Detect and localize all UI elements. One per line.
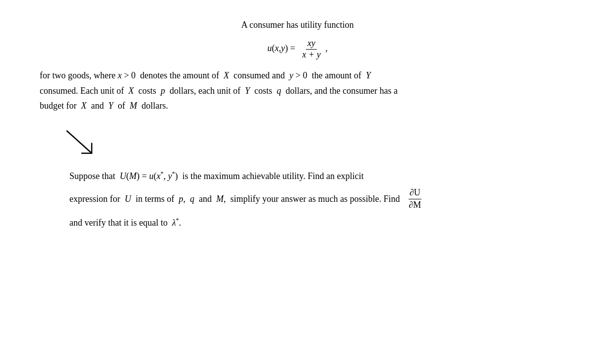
desc-line2: consumed. Each unit of X costs p dollars… — [40, 86, 398, 96]
formula-left: u — [267, 43, 272, 53]
formula-close-paren: ) = — [285, 43, 298, 53]
description-block: for two goods, where x > 0 denotes the a… — [40, 68, 555, 114]
formula-comma-end: , — [325, 43, 328, 53]
question-line2-text: expression for U in terms of p, q and M,… — [69, 191, 404, 207]
question-block: Suppose that U(M) = u(x*, y*) is the max… — [40, 168, 555, 231]
partial-numerator: ∂U — [409, 187, 421, 199]
intro-text: A consumer has utility function — [40, 20, 555, 30]
question-line1: Suppose that U(M) = u(x*, y*) is the max… — [69, 168, 555, 184]
utility-formula: u(x,y) = xy x + y , — [40, 38, 555, 60]
question-line2: expression for U in terms of p, q and M,… — [69, 187, 555, 211]
formula-y: y — [281, 43, 285, 53]
question-line3: and verify that it is equal to λ*. — [69, 215, 555, 231]
intro-label: A consumer has utility function — [241, 20, 354, 30]
fraction-denominator: x + y — [301, 50, 322, 61]
arrow-icon — [64, 128, 104, 161]
desc-line3: budget for X and Y of M dollars. — [40, 101, 168, 111]
partial-derivative: ∂U ∂M — [408, 187, 422, 211]
utility-fraction: xy x + y — [301, 38, 322, 60]
svg-line-0 — [67, 131, 92, 153]
page-container: A consumer has utility function u(x,y) =… — [0, 0, 595, 364]
fraction-numerator: xy — [306, 38, 317, 50]
partial-denominator: ∂M — [408, 199, 422, 211]
arrow-section — [64, 128, 555, 163]
desc-line1: for two goods, where x > 0 denotes the a… — [40, 70, 371, 80]
